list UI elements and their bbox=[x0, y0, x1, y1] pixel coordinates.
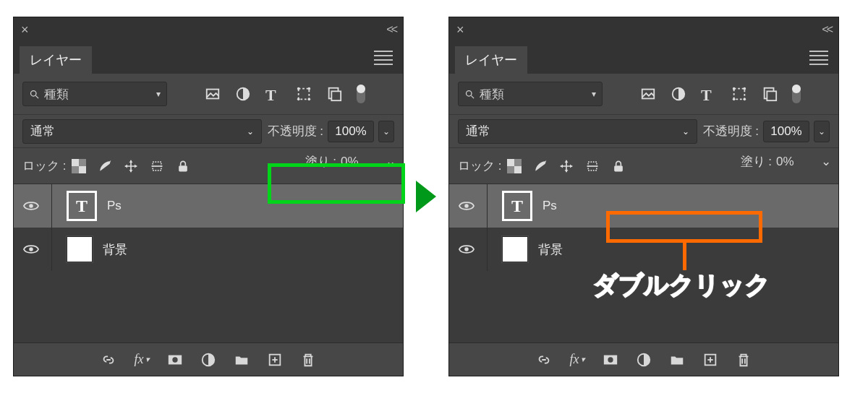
adjustment-layer-icon[interactable] bbox=[636, 352, 652, 368]
link-layers-icon[interactable] bbox=[536, 352, 552, 368]
lock-position-icon[interactable] bbox=[124, 159, 138, 173]
lock-all-icon[interactable] bbox=[611, 159, 626, 173]
filter-toggle[interactable] bbox=[357, 85, 365, 103]
layer-name[interactable]: Ps bbox=[542, 199, 557, 213]
layer-fx-icon[interactable]: fx▾ bbox=[569, 352, 585, 368]
close-icon[interactable]: × bbox=[21, 22, 29, 38]
svg-point-19 bbox=[29, 247, 33, 251]
filter-shape-icon[interactable] bbox=[296, 86, 312, 102]
layer-mask-icon[interactable] bbox=[603, 352, 618, 368]
filter-type-icon[interactable]: T bbox=[265, 86, 281, 102]
layer-thumbnail-pixel[interactable] bbox=[67, 236, 93, 262]
chevron-down-icon: ▾ bbox=[592, 89, 596, 99]
lock-pixels-icon[interactable] bbox=[533, 159, 548, 173]
lock-transparent-icon[interactable] bbox=[507, 159, 522, 173]
svg-point-33 bbox=[733, 98, 736, 101]
visibility-toggle[interactable] bbox=[456, 241, 477, 257]
layer-fx-icon[interactable]: fx▾ bbox=[134, 352, 150, 368]
delete-layer-icon[interactable] bbox=[736, 352, 752, 368]
tab-layers[interactable]: レイヤー bbox=[20, 46, 92, 74]
filter-kind-select[interactable]: 種類 ▾ bbox=[458, 82, 603, 106]
panel-footer: fx▾ bbox=[449, 342, 838, 376]
panel-menu-icon[interactable] bbox=[374, 48, 393, 68]
svg-point-21 bbox=[172, 357, 177, 362]
new-layer-icon[interactable] bbox=[702, 352, 718, 368]
filter-type-icon[interactable]: T bbox=[701, 86, 717, 102]
fill-label: 塗り : bbox=[305, 153, 336, 170]
fill-dropdown[interactable]: ⌄ bbox=[386, 154, 396, 169]
layer-thumbnail-text[interactable]: T bbox=[502, 191, 532, 221]
collapse-icon[interactable]: << bbox=[386, 23, 396, 36]
blend-mode-select[interactable]: 通常 ⌄ bbox=[458, 119, 697, 144]
svg-rect-12 bbox=[79, 166, 86, 173]
layer-thumbnail-text[interactable]: T bbox=[67, 191, 97, 221]
fill-value[interactable]: 0% bbox=[776, 155, 817, 169]
layer-thumbnail-pixel[interactable] bbox=[502, 236, 528, 262]
layer-mask-icon[interactable] bbox=[167, 352, 183, 368]
fill-dropdown[interactable]: ⌄ bbox=[821, 154, 831, 169]
chevron-down-icon: ▾ bbox=[156, 89, 161, 99]
lock-position-icon[interactable] bbox=[559, 159, 574, 173]
filter-smartobject-icon[interactable] bbox=[762, 86, 778, 102]
svg-point-18 bbox=[29, 204, 33, 208]
layer-row[interactable]: T Ps bbox=[449, 184, 838, 228]
eye-icon bbox=[23, 198, 39, 214]
link-layers-icon[interactable] bbox=[101, 352, 116, 368]
layer-row[interactable]: T Ps bbox=[14, 184, 403, 228]
layer-name[interactable]: 背景 bbox=[103, 241, 127, 258]
layer-name[interactable]: Ps bbox=[107, 199, 122, 213]
layer-row[interactable]: 背景 bbox=[14, 228, 403, 271]
svg-rect-4 bbox=[299, 89, 310, 100]
blend-mode-value: 通常 bbox=[466, 123, 490, 139]
filter-shape-icon[interactable] bbox=[731, 86, 747, 102]
opacity-value[interactable]: 100% bbox=[328, 121, 374, 142]
svg-point-32 bbox=[744, 87, 746, 90]
panel-menu-icon[interactable] bbox=[809, 48, 828, 68]
tab-layers[interactable]: レイヤー bbox=[455, 46, 527, 74]
visibility-toggle[interactable] bbox=[21, 241, 41, 257]
opacity-dropdown[interactable]: ⌄ bbox=[378, 121, 394, 142]
lock-artboard-icon[interactable] bbox=[150, 159, 164, 173]
layer-row[interactable]: 背景 bbox=[449, 228, 838, 271]
svg-rect-38 bbox=[514, 166, 522, 173]
collapse-icon[interactable]: << bbox=[822, 23, 831, 36]
filter-pixel-icon[interactable] bbox=[205, 86, 221, 102]
svg-point-0 bbox=[31, 90, 37, 96]
close-icon[interactable]: × bbox=[456, 22, 464, 38]
layers-panel-left: × << レイヤー 種類 ▾ T bbox=[13, 17, 404, 376]
opacity-value[interactable]: 100% bbox=[763, 121, 809, 142]
svg-rect-36 bbox=[767, 91, 776, 100]
delete-layer-icon[interactable] bbox=[300, 352, 316, 368]
svg-point-6 bbox=[308, 87, 311, 90]
adjustment-layer-icon[interactable] bbox=[200, 352, 216, 368]
svg-point-26 bbox=[467, 90, 472, 96]
opacity-label: 不透明度 : bbox=[703, 123, 759, 139]
lock-artboard-icon[interactable] bbox=[585, 159, 600, 173]
search-icon bbox=[29, 89, 40, 100]
filter-adjustment-icon[interactable] bbox=[235, 86, 251, 102]
new-group-icon[interactable] bbox=[669, 352, 685, 368]
filter-smartobject-icon[interactable] bbox=[326, 86, 342, 102]
svg-rect-40 bbox=[507, 166, 514, 173]
blend-mode-select[interactable]: 通常 ⌄ bbox=[22, 119, 262, 144]
blend-row: 通常 ⌄ 不透明度 : 100% ⌄ bbox=[14, 114, 403, 147]
opacity-dropdown[interactable]: ⌄ bbox=[814, 121, 830, 142]
visibility-toggle[interactable] bbox=[21, 198, 41, 214]
new-group-icon[interactable] bbox=[234, 352, 250, 368]
annotation-arrow-icon bbox=[416, 181, 436, 212]
lock-pixels-icon[interactable] bbox=[98, 159, 112, 173]
fill-value[interactable]: 0% bbox=[341, 155, 381, 169]
filter-toggle[interactable] bbox=[792, 85, 801, 103]
filter-pixel-icon[interactable] bbox=[640, 86, 656, 102]
lock-transparent-icon[interactable] bbox=[72, 159, 86, 173]
visibility-toggle[interactable] bbox=[456, 198, 477, 214]
svg-line-27 bbox=[471, 95, 474, 98]
svg-rect-39 bbox=[514, 159, 522, 166]
svg-point-47 bbox=[608, 357, 613, 362]
filter-adjustment-icon[interactable] bbox=[671, 86, 686, 102]
search-icon bbox=[464, 89, 475, 100]
layer-name[interactable]: 背景 bbox=[538, 241, 563, 258]
lock-all-icon[interactable] bbox=[176, 159, 190, 173]
new-layer-icon[interactable] bbox=[267, 352, 283, 368]
filter-kind-select[interactable]: 種類 ▾ bbox=[22, 82, 167, 106]
